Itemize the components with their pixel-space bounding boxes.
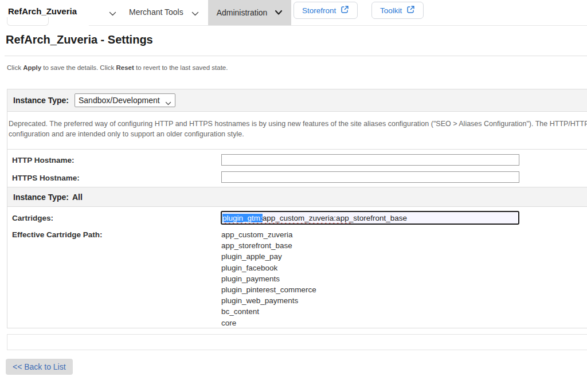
- external-link-icon: [406, 5, 415, 15]
- deprecated-note-line2: configuration and are intended only to s…: [9, 129, 587, 139]
- cartridge-path-item: bc_content: [221, 306, 316, 317]
- hint-apply-word: Apply: [23, 64, 41, 71]
- menu-administration-active[interactable]: Administration: [208, 0, 291, 25]
- header-divider: [89, 25, 587, 26]
- page-title: RefArch_Zuveria - Settings: [6, 33, 153, 46]
- site-tab-outline: [7, 17, 49, 26]
- settings-table: Instance Type: Sandbox/Development Depre…: [7, 89, 587, 328]
- title-divider: [5, 56, 587, 56]
- cartridge-path-item: plugin_apple_pay: [221, 251, 316, 262]
- cartridge-path-item: app_storefront_base: [221, 240, 316, 251]
- https-hostname-input[interactable]: [221, 171, 519, 183]
- instance-type-label: Instance Type:: [13, 96, 69, 105]
- instance-type-all-row: Instance Type: All: [7, 187, 587, 207]
- chevron-down-icon: [191, 9, 199, 19]
- http-hostname-input[interactable]: [221, 154, 519, 166]
- menu-merchant-tools[interactable]: Merchant Tools: [129, 7, 183, 17]
- deprecated-note-line1: Deprecated. The preferred way of configu…: [9, 119, 587, 129]
- cartridges-selected-text: plugin_gtm:: [222, 214, 263, 222]
- site-selector[interactable]: RefArch_Zuveria: [8, 6, 77, 16]
- chevron-down-icon: [275, 8, 283, 17]
- effective-cartridge-path-label: Effective Cartridge Path:: [12, 230, 103, 239]
- toolkit-link-button[interactable]: Toolkit: [371, 2, 424, 19]
- top-nav: RefArch_Zuveria Merchant Tools Administr…: [0, 0, 587, 26]
- instance-type-all-label: Instance Type:: [13, 193, 69, 202]
- deprecated-note: Deprecated. The preferred way of configu…: [9, 119, 587, 139]
- http-hostname-label: HTTP Hostname:: [12, 156, 75, 164]
- empty-table-row: [7, 334, 587, 350]
- cartridge-path-item: app_custom_zuveria: [221, 229, 316, 240]
- cartridges-text: app_custom_zuveria:app_: [263, 214, 353, 222]
- storefront-link-button[interactable]: Storefront: [294, 2, 358, 19]
- hint-text: to revert to the last saved state.: [134, 64, 228, 71]
- instance-type-select[interactable]: Sandbox/Development: [75, 93, 175, 107]
- external-link-icon: [341, 5, 349, 15]
- apply-reset-hint: Click Apply to save the details. Click R…: [7, 64, 228, 71]
- instance-type-select-wrap: Sandbox/Development: [75, 93, 175, 107]
- cartridge-path-item: plugin_payments: [221, 273, 316, 284]
- instance-type-header-row: Instance Type: Sandbox/Development: [7, 89, 587, 112]
- cartridge-path-item: core: [221, 317, 316, 328]
- back-to-list-button[interactable]: << Back to List: [6, 359, 73, 375]
- chevron-down-icon: [109, 9, 116, 19]
- cartridge-path-item: plugin_facebook: [221, 262, 316, 273]
- cartridge-path-item: plugin_pinterest_commerce: [221, 284, 316, 295]
- hint-text: to save the details. Click: [41, 64, 116, 71]
- https-hostname-label: HTTPS Hostname:: [12, 174, 80, 182]
- hint-text: Click: [7, 64, 23, 71]
- cartridge-path-list: app_custom_zuveriaapp_storefront_baseplu…: [221, 229, 316, 328]
- toolkit-link-label: Toolkit: [380, 6, 402, 15]
- cartridge-path-item: plugin_web_payments: [221, 295, 316, 306]
- hint-reset-word: Reset: [116, 64, 134, 71]
- row-divider: [7, 149, 587, 150]
- business-manager-settings-page: RefArch_Zuveria Merchant Tools Administr…: [0, 0, 587, 392]
- menu-administration-label: Administration: [217, 8, 268, 17]
- storefront-link-label: Storefront: [302, 6, 336, 15]
- cartridges-label: Cartridges:: [12, 214, 53, 222]
- cartridges-input[interactable]: plugin_gtm:app_custom_zuveria:app_storef…: [221, 211, 519, 225]
- instance-type-all-value: All: [72, 193, 83, 202]
- cartridges-text: storefront_base: [353, 214, 407, 222]
